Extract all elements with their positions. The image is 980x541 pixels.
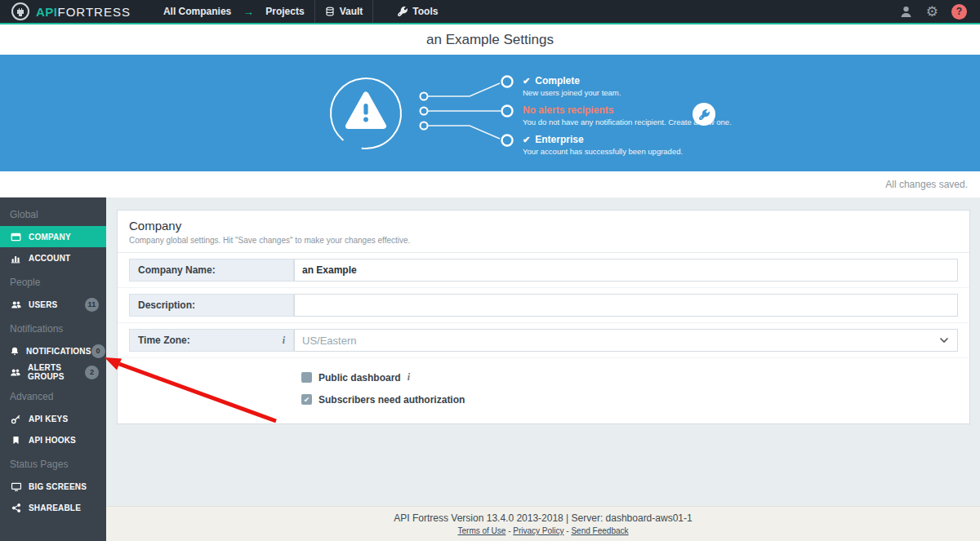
chevron-down-icon (939, 337, 949, 344)
nav-projects[interactable]: Projects (256, 0, 314, 23)
sidebar-section-status-pages: Status Pages (0, 450, 106, 476)
sidebar-section-global: Global (0, 201, 106, 226)
users-count-badge: 11 (85, 298, 99, 312)
description-label: Description: (129, 294, 294, 317)
info-icon[interactable]: i (283, 335, 285, 347)
app-logo[interactable]: APIFORTRESS (11, 2, 131, 20)
sidebar-item-company[interactable]: COMPANY (0, 226, 106, 247)
checkbox-checked-icon: ✔ (301, 394, 312, 405)
alerts-groups-count-badge: 2 (85, 366, 99, 379)
public-dashboard-checkbox[interactable]: Public dashboard i (301, 366, 969, 388)
users-icon (10, 367, 21, 378)
terms-of-use-link[interactable]: Terms of Use (457, 526, 506, 535)
banner-step-complete: ✔Complete New users joined your team. (523, 75, 866, 97)
description-input[interactable] (294, 294, 958, 317)
logo-text-fortress: FORTRESS (58, 5, 131, 19)
notifications-count-badge: 0 (91, 344, 105, 358)
wrench-icon (699, 109, 710, 120)
settings-sidebar: Global COMPANY ACCOUNT People USERS 11 (0, 197, 106, 541)
subscribers-authorization-checkbox[interactable]: ✔ Subscribers need authorization (301, 388, 969, 410)
sidebar-item-account[interactable]: ACCOUNT (0, 247, 106, 268)
info-icon[interactable]: i (408, 371, 410, 384)
company-settings-card: Company Company global settings. Hit "Sa… (117, 210, 970, 424)
time-zone-select[interactable]: US/Eastern (294, 329, 958, 352)
sidebar-item-users[interactable]: USERS 11 (0, 294, 106, 315)
check-icon: ✔ (523, 76, 530, 86)
main-content: Company Company global settings. Hit "Sa… (106, 197, 980, 506)
company-name-row: Company Name: (118, 253, 969, 288)
sidebar-item-big-screens[interactable]: BIG SCREENS (0, 476, 106, 497)
nav-right-icons: ⚙ ? (899, 4, 980, 20)
nav-tools[interactable]: Tools (388, 0, 448, 23)
company-icon (10, 232, 22, 242)
share-icon (10, 503, 22, 513)
status-banner: ✔Complete New users joined your team. No… (0, 55, 980, 171)
nav-separator (372, 0, 373, 23)
save-status-text: All changes saved. (885, 179, 968, 190)
nav-menu: All Companies → Projects Vault Tools (154, 0, 448, 23)
logo-text-api: API (36, 5, 58, 19)
user-account-icon[interactable] (899, 5, 913, 19)
sidebar-item-notifications[interactable]: NOTIFICATIONS 0 (0, 340, 106, 361)
help-icon[interactable]: ? (951, 4, 967, 20)
checkbox-unchecked-icon (301, 372, 312, 383)
card-title: Company (129, 219, 958, 233)
wrench-icon (398, 7, 408, 16)
database-icon (325, 7, 335, 16)
fortress-logo-icon (11, 2, 29, 20)
nav-all-companies[interactable]: All Companies (154, 0, 241, 23)
sidebar-section-advanced: Advanced (0, 383, 106, 408)
version-text: API Fortress Version 13.4.0 2013-2018 | … (106, 512, 980, 524)
chart-icon (10, 253, 22, 264)
key-icon (10, 414, 22, 424)
fix-alerts-button[interactable] (693, 103, 715, 126)
page-footer: API Fortress Version 13.4.0 2013-2018 | … (106, 506, 980, 541)
app-window: APIFORTRESS All Companies → Projects Vau… (0, 0, 980, 541)
sidebar-item-api-hooks[interactable]: API HOOKS (0, 429, 106, 450)
sidebar-item-alerts-groups[interactable]: ALERTS GROUPS 2 (0, 361, 106, 383)
page-title: an Example Settings (0, 24, 980, 55)
description-row: Description: (118, 288, 969, 323)
card-subtitle: Company global settings. Hit "Save chang… (129, 236, 958, 245)
privacy-policy-link[interactable]: Privacy Policy (513, 526, 564, 535)
check-icon: ✔ (523, 135, 530, 145)
breadcrumb-arrow-icon: → (241, 5, 256, 18)
time-zone-label: Time Zone: i (129, 329, 294, 352)
send-feedback-link[interactable]: Send Feedback (571, 526, 628, 535)
top-navbar: APIFORTRESS All Companies → Projects Vau… (0, 0, 980, 24)
bell-icon (10, 346, 20, 357)
time-zone-row: Time Zone: i US/Eastern (118, 323, 969, 358)
users-icon (10, 299, 22, 310)
bookmark-icon (10, 435, 22, 446)
sidebar-item-shareable[interactable]: SHAREABLE (0, 497, 106, 518)
save-status-bar: All changes saved. (0, 171, 980, 197)
checkbox-group: Public dashboard i ✔ Subscribers need au… (118, 358, 969, 423)
sidebar-section-notifications: Notifications (0, 315, 106, 340)
sidebar-section-people: People (0, 268, 106, 294)
company-name-input[interactable] (294, 259, 958, 282)
company-name-label: Company Name: (129, 259, 294, 282)
banner-step-enterprise: ✔Enterprise Your account has successfull… (523, 134, 866, 156)
monitor-icon (10, 481, 22, 492)
footer-links: Terms of Use - Privacy Policy - Send Fee… (106, 526, 980, 535)
sidebar-item-api-keys[interactable]: API KEYS (0, 408, 106, 429)
nav-vault[interactable]: Vault (315, 0, 373, 23)
settings-gear-icon[interactable]: ⚙ (926, 5, 938, 19)
